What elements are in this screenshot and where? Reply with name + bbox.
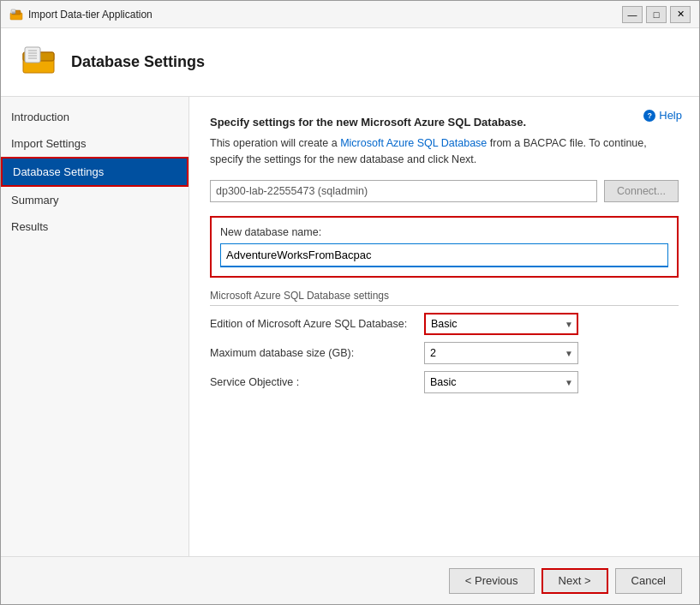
edition-select-wrapper: Basic Standard Premium ▼ <box>424 313 578 335</box>
azure-settings-header: Microsoft Azure SQL Database settings <box>210 290 679 306</box>
max-size-select[interactable]: 1 2 5 10 <box>424 342 578 364</box>
close-button[interactable]: ✕ <box>670 6 691 23</box>
db-name-section: New database name: <box>210 216 679 278</box>
help-icon: ? <box>643 110 655 122</box>
service-obj-select-wrapper: Basic S0 S1 P1 ▼ <box>424 371 578 393</box>
previous-button[interactable]: < Previous <box>449 568 535 594</box>
title-bar: ▤ Import Data-tier Application — □ ✕ <box>1 1 699 28</box>
database-icon <box>20 44 57 81</box>
section-desc: This operation will create a Microsoft A… <box>210 135 679 168</box>
main-content: ? Help Specify settings for the new Micr… <box>189 97 699 556</box>
header-area: Database Settings <box>1 28 699 97</box>
connect-button[interactable]: Connect... <box>604 180 679 202</box>
sidebar-item-import-settings[interactable]: Import Settings <box>1 130 188 157</box>
svg-rect-6 <box>25 47 40 63</box>
footer: < Previous Next > Cancel <box>1 556 699 604</box>
app-icon: ▤ <box>9 8 23 21</box>
sidebar-item-results[interactable]: Results <box>1 213 188 240</box>
db-name-input[interactable] <box>220 243 668 267</box>
desc-part1: This operation will create a <box>210 137 340 149</box>
sidebar-item-summary[interactable]: Summary <box>1 187 188 213</box>
next-button[interactable]: Next > <box>541 568 608 594</box>
minimize-button[interactable]: — <box>622 6 643 23</box>
header-icon <box>18 42 59 83</box>
content-area: Introduction Import Settings Database Se… <box>1 97 699 556</box>
max-size-label: Maximum database size (GB): <box>210 347 416 359</box>
page-title: Database Settings <box>71 53 205 71</box>
db-name-label: New database name: <box>220 226 668 238</box>
service-obj-select[interactable]: Basic S0 S1 P1 <box>424 371 578 393</box>
edition-select[interactable]: Basic Standard Premium <box>424 313 578 335</box>
title-bar-left: ▤ Import Data-tier Application <box>9 8 153 21</box>
window-title: Import Data-tier Application <box>28 9 153 21</box>
server-input[interactable] <box>210 180 597 202</box>
svg-text:▤: ▤ <box>12 9 15 14</box>
maximize-button[interactable]: □ <box>646 6 667 23</box>
azure-sql-link[interactable]: Microsoft Azure SQL Database <box>340 137 487 149</box>
sidebar-item-introduction[interactable]: Introduction <box>1 104 188 130</box>
sidebar-item-database-settings[interactable]: Database Settings <box>1 157 188 187</box>
service-obj-row: Service Objective : Basic S0 S1 P1 ▼ <box>210 371 679 393</box>
window-controls: — □ ✕ <box>622 6 691 23</box>
edition-row: Edition of Microsoft Azure SQL Database:… <box>210 313 679 335</box>
edition-label: Edition of Microsoft Azure SQL Database: <box>210 318 416 330</box>
help-link[interactable]: ? Help <box>643 109 682 122</box>
sidebar: Introduction Import Settings Database Se… <box>1 97 189 556</box>
section-title: Specify settings for the new Microsoft A… <box>210 116 679 129</box>
max-size-select-wrapper: 1 2 5 10 ▼ <box>424 342 578 364</box>
azure-settings-section: Microsoft Azure SQL Database settings Ed… <box>210 290 679 393</box>
service-obj-label: Service Objective : <box>210 376 416 388</box>
max-size-row: Maximum database size (GB): 1 2 5 10 ▼ <box>210 342 679 364</box>
app-window: ▤ Import Data-tier Application — □ ✕ Dat… <box>0 0 700 605</box>
server-row: Connect... <box>210 180 679 202</box>
cancel-button[interactable]: Cancel <box>615 568 682 594</box>
help-label: Help <box>659 109 682 122</box>
